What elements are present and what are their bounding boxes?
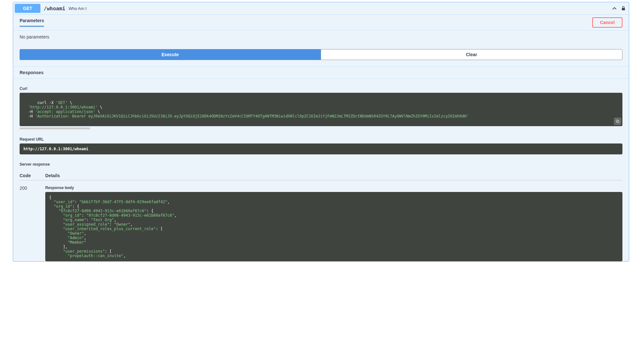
server-response-label: Server response <box>20 162 622 167</box>
no-parameters-text: No parameters <box>13 30 629 49</box>
response-row: 200 Response body { "user_id": "bbb1f7bf… <box>20 184 622 261</box>
details-column-header: Details <box>45 173 622 178</box>
http-method-badge: GET <box>15 4 40 13</box>
request-url-value: http://127.0.0.1:3001/whoami <box>23 147 88 151</box>
responses-section: Curl curl -X 'GET' \ 'http://127.0.0.1:3… <box>13 86 629 261</box>
code-column-header: Code <box>20 173 45 178</box>
endpoint-path: /whoami <box>44 5 65 12</box>
request-url-block[interactable]: http://127.0.0.1:3001/whoami <box>20 143 622 154</box>
chevron-up-icon[interactable] <box>611 5 618 12</box>
endpoint-summary: Who Am I <box>68 6 611 11</box>
response-table-header: Code Details <box>20 173 622 180</box>
parameters-tab[interactable]: Parameters <box>20 18 44 27</box>
status-code: 200 <box>20 184 45 261</box>
operation-header[interactable]: GET /whoami Who Am I <box>13 2 629 15</box>
responses-heading: Responses <box>13 67 629 78</box>
response-body-label: Response body <box>45 186 622 190</box>
clear-button[interactable]: Clear <box>321 49 622 60</box>
response-details: Response body { "user_id": "bbb1f7bf-36d… <box>45 184 622 261</box>
parameters-header-row: Parameters Cancel <box>13 15 629 30</box>
cancel-button[interactable]: Cancel <box>592 17 622 28</box>
curl-code-block[interactable]: curl -X 'GET' \ 'http://127.0.0.1:3001/w… <box>20 93 622 126</box>
action-button-row: Execute Clear <box>13 49 629 66</box>
operation-panel: GET /whoami Who Am I Parameters Cancel N… <box>13 2 629 262</box>
copy-icon[interactable] <box>614 118 621 125</box>
response-body-block[interactable]: { "user_id": "bbb1f7bf-36d7-47f5-8df4-02… <box>45 192 622 261</box>
scrollbar[interactable] <box>20 127 90 129</box>
svg-rect-0 <box>617 121 619 123</box>
execute-button[interactable]: Execute <box>20 49 321 60</box>
lock-icon[interactable] <box>621 5 626 11</box>
svg-rect-1 <box>616 120 618 122</box>
curl-label: Curl <box>20 86 622 91</box>
request-url-label: Request URL <box>20 137 622 142</box>
divider <box>13 78 629 79</box>
